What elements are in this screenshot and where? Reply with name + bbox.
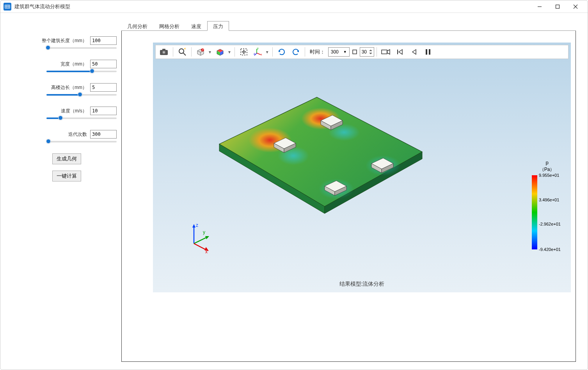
svg-rect-27 bbox=[429, 49, 430, 55]
tab-2[interactable]: 速度 bbox=[185, 21, 207, 31]
legend-unit: （Pa） bbox=[529, 166, 565, 173]
param-row-2: 高楼边长（mm） bbox=[12, 83, 121, 92]
model-caption: 结果模型:流体分析 bbox=[339, 281, 385, 288]
svg-text:y: y bbox=[257, 48, 259, 50]
axis-triad-icon[interactable]: yxz bbox=[251, 46, 265, 58]
main-area: 几何分析网格分析速度压力 bbox=[121, 21, 576, 362]
box-view-dropdown[interactable]: ▼ bbox=[207, 50, 213, 54]
frame-spinner[interactable]: 30 bbox=[360, 47, 374, 57]
svg-line-18 bbox=[257, 53, 261, 55]
param-input-1[interactable] bbox=[90, 60, 117, 68]
svg-point-12 bbox=[179, 49, 184, 53]
sidebar: 整个建筑长度（mm） 宽度（mm） 高楼边长（mm） 速度（m/s） 迭代次数 … bbox=[12, 21, 121, 362]
param-label: 整个建筑长度（mm） bbox=[42, 37, 87, 44]
viewport-3d[interactable]: ▼ ▼ yxz ▼ bbox=[153, 43, 571, 292]
param-input-4[interactable] bbox=[90, 130, 117, 139]
param-slider-2[interactable] bbox=[46, 94, 117, 96]
svg-text:y: y bbox=[203, 229, 205, 235]
legend-tick: -2.962e+01 bbox=[539, 222, 561, 226]
param-row-3: 速度（m/s） bbox=[12, 107, 121, 115]
viewport-toolbar: ▼ ▼ yxz ▼ bbox=[155, 45, 568, 59]
param-input-0[interactable] bbox=[90, 36, 117, 45]
param-slider-3[interactable] bbox=[46, 117, 117, 119]
step-back-icon[interactable] bbox=[407, 46, 421, 58]
window-title: 建筑群气体流动分析模型 bbox=[14, 3, 531, 10]
colormap-dropdown[interactable]: ▼ bbox=[227, 50, 232, 54]
param-slider-4[interactable] bbox=[46, 141, 117, 142]
rotate-ccw-icon[interactable] bbox=[289, 46, 302, 58]
app-icon bbox=[4, 3, 11, 11]
param-slider-1[interactable] bbox=[46, 71, 117, 72]
param-row-0: 整个建筑长度（mm） bbox=[12, 36, 121, 45]
param-label: 宽度（mm） bbox=[60, 61, 87, 68]
close-button[interactable] bbox=[567, 1, 584, 12]
app-window: 建筑群气体流动分析模型 整个建筑长度（mm） 宽度（mm） 高楼边长（mm） 速… bbox=[0, 0, 588, 370]
svg-rect-5 bbox=[556, 5, 560, 8]
param-label: 迭代次数 bbox=[68, 131, 87, 138]
play-icon[interactable] bbox=[421, 46, 435, 58]
legend-title: p bbox=[529, 160, 565, 165]
svg-text:x: x bbox=[205, 249, 208, 253]
compute-button[interactable]: 一键计算 bbox=[52, 171, 81, 181]
frame-spinner-value: 30 bbox=[362, 49, 367, 55]
skip-first-icon[interactable] bbox=[393, 46, 407, 58]
param-row-1: 宽度（mm） bbox=[12, 60, 121, 68]
minimize-button[interactable] bbox=[531, 1, 549, 12]
svg-rect-26 bbox=[426, 49, 427, 55]
param-input-2[interactable] bbox=[90, 83, 117, 92]
content: 整个建筑长度（mm） 宽度（mm） 高楼边长（mm） 速度（m/s） 迭代次数 … bbox=[0, 13, 588, 370]
legend-tick: 9.955e+01 bbox=[539, 173, 559, 178]
param-label: 速度（m/s） bbox=[61, 108, 87, 114]
param-label: 高楼边长（mm） bbox=[51, 84, 87, 91]
param-input-3[interactable] bbox=[90, 107, 117, 115]
axis-triad-dropdown[interactable]: ▼ bbox=[265, 50, 270, 54]
window-controls bbox=[531, 1, 584, 12]
axis-triad: z y x bbox=[184, 222, 215, 253]
rotate-cw-icon[interactable] bbox=[275, 46, 288, 58]
zoom-icon[interactable] bbox=[176, 46, 189, 58]
tab-1[interactable]: 网格分析 bbox=[153, 21, 185, 31]
tab-0[interactable]: 几何分析 bbox=[121, 21, 153, 31]
svg-rect-23 bbox=[353, 50, 357, 54]
legend-tick: 3.496e+01 bbox=[539, 197, 559, 202]
svg-rect-9 bbox=[162, 49, 165, 50]
maximize-button[interactable] bbox=[549, 1, 567, 12]
generate-geometry-button[interactable]: 生成几何 bbox=[52, 153, 81, 164]
param-slider-0[interactable] bbox=[46, 47, 117, 49]
fit-view-icon[interactable] bbox=[237, 46, 250, 58]
tabs: 几何分析网格分析速度压力 bbox=[121, 21, 576, 31]
stop-icon[interactable] bbox=[350, 46, 359, 58]
param-row-4: 迭代次数 bbox=[12, 130, 121, 139]
titlebar: 建筑群气体流动分析模型 bbox=[0, 0, 588, 13]
time-label: 时间： bbox=[310, 48, 325, 55]
svg-rect-24 bbox=[382, 50, 387, 54]
svg-text:z: z bbox=[254, 52, 255, 55]
time-combo-value: 300 bbox=[331, 49, 339, 55]
box-view-icon[interactable] bbox=[194, 46, 207, 58]
svg-text:z: z bbox=[196, 222, 198, 228]
legend-colorbar: 9.955e+013.496e+01-2.962e+01-9.420e+01 bbox=[532, 175, 537, 249]
viewport-container: ▼ ▼ yxz ▼ bbox=[121, 31, 576, 362]
time-combo[interactable]: 300 ▼ bbox=[328, 47, 350, 57]
pressure-plate-render bbox=[204, 89, 430, 238]
camera-icon[interactable] bbox=[379, 46, 393, 58]
tab-3[interactable]: 压力 bbox=[207, 21, 229, 31]
svg-line-36 bbox=[194, 237, 208, 244]
colormap-icon[interactable] bbox=[213, 46, 227, 58]
color-legend: p （Pa） 9.955e+013.496e+01-2.962e+01-9.42… bbox=[529, 160, 565, 249]
legend-tick: -9.420e+01 bbox=[539, 247, 561, 252]
svg-text:x: x bbox=[261, 53, 262, 56]
svg-line-13 bbox=[183, 53, 186, 55]
screenshot-icon[interactable] bbox=[157, 46, 171, 58]
svg-point-11 bbox=[163, 52, 165, 53]
